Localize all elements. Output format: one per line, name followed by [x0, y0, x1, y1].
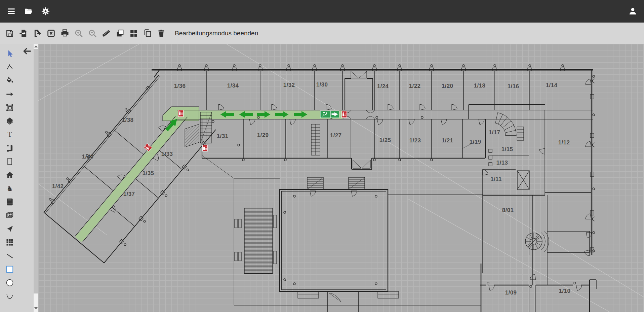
tiles-icon: [129, 29, 138, 38]
room-label: 1/27: [330, 132, 342, 139]
room-label: 1/25: [379, 137, 391, 143]
tool-circle[interactable]: [0, 277, 19, 288]
text-icon: [5, 130, 14, 139]
tool-transform[interactable]: [0, 102, 19, 113]
book-icon: [5, 198, 14, 206]
end-edit-mode-button[interactable]: Bearbeitungsmodus beenden: [175, 30, 258, 37]
central-hall: [280, 177, 399, 312]
tool-sidebar: [0, 44, 20, 312]
tool-home[interactable]: [0, 170, 19, 180]
room-label: 1/33: [161, 151, 173, 157]
tool-annotation[interactable]: [0, 143, 19, 153]
menu-button[interactable]: [7, 7, 16, 16]
arrow-left-icon: [22, 46, 32, 56]
settings-button[interactable]: [41, 7, 50, 16]
top-app-bar: [0, 0, 644, 23]
open-folder-button[interactable]: [24, 7, 33, 16]
export-button[interactable]: [33, 29, 42, 38]
tool-select[interactable]: [0, 48, 19, 59]
back-button[interactable]: [22, 46, 32, 56]
room-label: 1/40: [82, 153, 94, 160]
topbar-right-icons: [628, 7, 637, 16]
symbol-icon: [5, 184, 14, 193]
export-icon: [33, 29, 42, 38]
room-label: 1/35: [143, 170, 154, 176]
floorplan-drawing[interactable]: 1/361/341/321/301/241/221/201/181/161/14…: [38, 44, 644, 312]
zoomin-icon: [74, 29, 83, 38]
fire-extinguisher-sign[interactable]: [178, 110, 184, 117]
import-icon: [19, 29, 28, 38]
scrollbar-thumb[interactable]: [34, 49, 38, 293]
room-label: 1/36: [174, 83, 186, 89]
pages-icon: [115, 29, 125, 38]
toolbar-buttons: [5, 29, 166, 38]
zoom-out-button[interactable]: [88, 29, 97, 38]
room-label: 1/23: [409, 137, 421, 144]
zoomout-icon: [88, 29, 97, 38]
account-button[interactable]: [628, 7, 637, 16]
save-button[interactable]: [5, 29, 14, 38]
room-label: 1/37: [123, 191, 135, 197]
rectangle-icon: [5, 265, 14, 274]
room-label: 1/15: [501, 146, 513, 152]
ruler-icon: [102, 29, 111, 38]
print-button[interactable]: [60, 29, 70, 38]
room-label: 1/21: [442, 137, 453, 144]
zoom-in-button[interactable]: [74, 29, 83, 38]
tool-text[interactable]: [0, 129, 19, 140]
tool-rectangle[interactable]: [0, 264, 19, 275]
courtyard-outline: [202, 155, 483, 305]
room-label: 1/24: [377, 83, 389, 90]
scroll-down-arrow[interactable]: [34, 307, 38, 309]
measure-button[interactable]: [102, 29, 111, 38]
tool-navigation[interactable]: [0, 223, 19, 234]
room-label: 1/22: [409, 83, 421, 89]
room-label: 1/32: [283, 82, 295, 88]
room-label: 8/01: [502, 207, 514, 213]
tool-grid[interactable]: [0, 237, 19, 248]
topbar-left-icons: [7, 7, 50, 16]
tool-arrow[interactable]: [0, 89, 19, 100]
copy-button[interactable]: [143, 29, 152, 38]
arrow-icon: [5, 90, 14, 99]
room-label: 1/12: [558, 139, 570, 146]
import-button[interactable]: [19, 29, 28, 38]
polyline-icon: [5, 63, 14, 72]
tool-polyline[interactable]: [0, 62, 19, 73]
room-label: 1/31: [217, 133, 229, 139]
close-file-button[interactable]: [46, 29, 56, 38]
tool-fill[interactable]: [0, 75, 19, 86]
pages-button[interactable]: [115, 29, 125, 38]
room-label: 1/18: [474, 82, 486, 89]
copy-icon: [143, 29, 152, 38]
room-label: 1/19: [470, 139, 481, 145]
grid-view-button[interactable]: [129, 29, 138, 38]
room-label: 1/10: [559, 288, 571, 294]
close-icon: [46, 29, 56, 38]
room-label: 1/42: [52, 183, 64, 189]
ramp: [235, 208, 277, 274]
fire-extinguisher-sign[interactable]: [203, 145, 208, 151]
print-icon: [60, 29, 70, 38]
tool-frame[interactable]: [0, 156, 19, 167]
room-label: 1/09: [505, 289, 517, 296]
annotation-icon: [5, 144, 14, 152]
tool-images[interactable]: [0, 210, 19, 221]
tool-book[interactable]: [0, 197, 19, 207]
floorplan-canvas[interactable]: 1/361/341/321/301/241/221/201/181/161/14…: [38, 44, 644, 312]
vertical-scrollbar[interactable]: [34, 44, 38, 312]
arc-icon: [5, 292, 14, 301]
window-pillars: [177, 68, 594, 252]
delete-button[interactable]: [157, 29, 166, 38]
room-label: 1/17: [489, 129, 500, 136]
person-icon: [628, 7, 637, 16]
tool-symbol[interactable]: [0, 183, 19, 194]
scroll-up-arrow[interactable]: [34, 45, 38, 47]
images-icon: [5, 211, 14, 220]
tool-line[interactable]: [0, 250, 19, 261]
save-icon: [5, 29, 14, 38]
exit-sign[interactable]: [320, 111, 339, 118]
tool-arc[interactable]: [0, 291, 19, 302]
fire-extinguisher-sign[interactable]: [342, 111, 347, 118]
tool-layers[interactable]: [0, 116, 19, 127]
